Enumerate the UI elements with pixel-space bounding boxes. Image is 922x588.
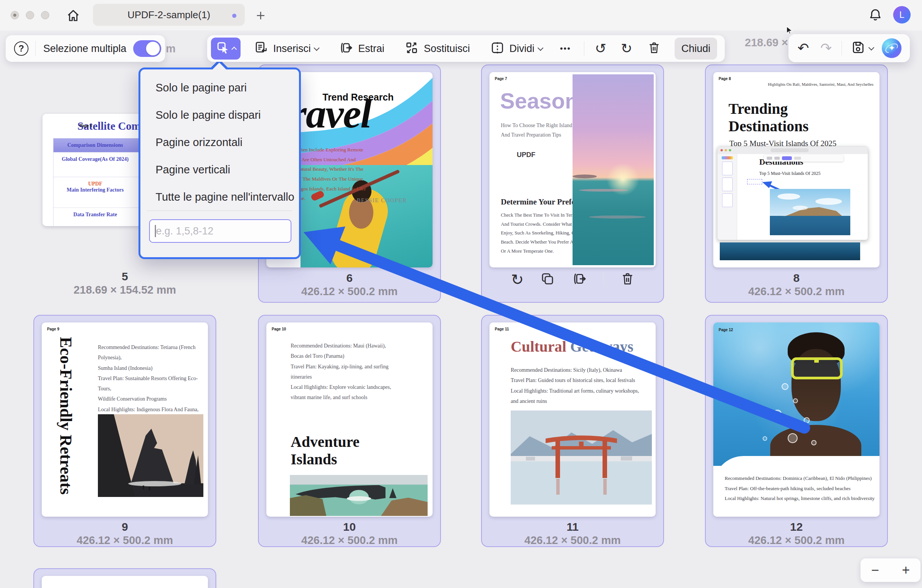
- ocean-strip-photo: [720, 242, 860, 260]
- rotate-icon[interactable]: ↻: [511, 272, 524, 287]
- prev-row-size-fragment: 218.69 ×: [745, 36, 788, 49]
- page-number: 6: [259, 272, 440, 284]
- page-number: 9: [34, 521, 216, 533]
- chevron-down-icon: [314, 45, 320, 51]
- divider: [35, 41, 36, 56]
- redo-icon[interactable]: ↻: [621, 42, 632, 56]
- page11-title: Cultural Getaways: [511, 338, 633, 356]
- sparkle-icon: ✦: [882, 38, 901, 58]
- select-tool-button[interactable]: [211, 38, 240, 60]
- ai-assistant-button[interactable]: ✦: [882, 38, 901, 58]
- undo-icon[interactable]: ↺: [595, 42, 606, 56]
- menu-item-portrait-pages[interactable]: Pagine verticali: [155, 163, 230, 176]
- title-bar: UPDF-2-sample(1) L: [0, 0, 922, 30]
- duplicate-icon[interactable]: [539, 271, 556, 288]
- window-zoom-button[interactable]: [41, 11, 49, 20]
- mouse-cursor-icon: [786, 26, 794, 34]
- page-card-8[interactable]: Page 8 Highlights On Bali, Maldives, San…: [705, 64, 888, 303]
- replace-button[interactable]: Sostituisci: [424, 43, 470, 55]
- page-range-dropdown: Solo le pagine pari Solo le pagine dispa…: [139, 67, 301, 259]
- page-number: 5: [33, 270, 216, 283]
- page-thumbnail-13[interactable]: [42, 576, 208, 588]
- trash-icon[interactable]: [647, 40, 662, 57]
- prev-row-size-fragment: m: [166, 42, 176, 55]
- extract-icon[interactable]: [571, 271, 587, 288]
- multi-select-toggle[interactable]: [133, 40, 161, 57]
- sunset-photo: [572, 74, 654, 265]
- more-button[interactable]: •••: [560, 44, 571, 54]
- page-thumbnail-8[interactable]: Page 8 Highlights On Bali, Maldives, San…: [713, 72, 879, 268]
- save-icon[interactable]: [850, 40, 865, 57]
- page-number: 10: [259, 521, 440, 533]
- new-tab-button[interactable]: [254, 9, 267, 22]
- page-thumbnail-11[interactable]: Page 11 Cultural Getaways Recommended De…: [489, 322, 656, 517]
- table-cell: Data Transfer Rate: [54, 208, 137, 226]
- menu-item-even-pages[interactable]: Solo le pagine pari: [155, 82, 247, 94]
- avatar-initial: L: [899, 10, 904, 20]
- page-card-7[interactable]: Page 7 Season How To Choose The Right Is…: [481, 64, 664, 303]
- embedded-screenshot: Destinations Top 5 Must-Visit Islands Of…: [717, 146, 868, 240]
- close-button[interactable]: Chiudi: [675, 38, 717, 60]
- page-card-13-partial[interactable]: [33, 568, 216, 588]
- cursor-select-icon: [216, 40, 230, 57]
- page11-title-a: Cultural: [511, 338, 566, 355]
- unsaved-dot: [232, 14, 236, 18]
- home-icon: [65, 8, 81, 23]
- chevron-up-icon: [231, 47, 237, 52]
- replace-icon: [404, 40, 419, 57]
- menu-item-all-pages-in-range[interactable]: Tutte le pagine nell'intervallo: [155, 191, 294, 203]
- table-cell: Global Coverage(As Of 2024): [54, 152, 137, 177]
- page-card-12[interactable]: Page 12 Recommended Destinations: Domini…: [705, 315, 888, 547]
- page9-title: Eco-Friendly Retreats: [56, 337, 75, 504]
- page-tag: Page 11: [495, 327, 509, 331]
- insert-button[interactable]: Inserisci: [273, 43, 311, 55]
- sea-stacks-photo: [98, 414, 203, 497]
- table-header: Comparison Dimensions: [54, 139, 137, 152]
- page-thumbnail-10[interactable]: Page 10 Recommended Destinations: Maui (…: [266, 322, 433, 517]
- page-tag: Page 8: [719, 77, 731, 81]
- page10-title: Adventure Islands: [291, 433, 359, 468]
- redo-icon[interactable]: ↷: [820, 41, 832, 55]
- notifications-button[interactable]: [867, 7, 883, 23]
- page-card-11[interactable]: Page 11 Cultural Getaways Recommended De…: [481, 315, 664, 547]
- torii-photo: [511, 410, 652, 505]
- dropdown-caret-fill: [213, 63, 226, 69]
- underwater-photo: [713, 322, 879, 466]
- page-range-input[interactable]: [149, 219, 291, 243]
- divider: [147, 211, 292, 211]
- page-tag: Page 12: [719, 328, 733, 332]
- menu-item-odd-pages[interactable]: Solo le pagine dispari: [155, 109, 261, 121]
- page-size: 426.12 × 500.2 mm: [259, 534, 440, 547]
- tab-title: UPDF-2-sample(1): [128, 9, 210, 21]
- page-thumbnail-7[interactable]: Page 7 Season How To Choose The Right Is…: [489, 72, 656, 268]
- page-thumbnail-12[interactable]: Page 12 Recommended Destinations: Domini…: [713, 322, 879, 517]
- page7-brand: UPDF: [517, 151, 535, 159]
- window-close-button[interactable]: [11, 11, 19, 20]
- zoom-controls: − +: [860, 559, 920, 582]
- arch-photo: [290, 475, 428, 516]
- updf-watermark: UPDF: [57, 181, 134, 187]
- menu-item-landscape-pages[interactable]: Pagine orizzontali: [155, 136, 242, 149]
- window-minimize-button[interactable]: [26, 11, 34, 20]
- home-button[interactable]: [65, 8, 81, 23]
- zoom-in-button[interactable]: +: [902, 562, 910, 578]
- help-icon[interactable]: ?: [14, 41, 28, 56]
- page-card-9[interactable]: Page 9 Eco-Friendly Retreats Recommended…: [33, 315, 216, 547]
- multi-select-panel: ? Selezione multipla: [6, 35, 165, 62]
- avatar[interactable]: L: [893, 6, 911, 23]
- undo-icon[interactable]: ↶: [798, 41, 809, 55]
- page-tag: Page 9: [47, 327, 59, 331]
- page-card-10[interactable]: Page 10 Recommended Destinations: Maui (…: [258, 315, 441, 547]
- zoom-out-button[interactable]: −: [871, 562, 879, 578]
- chevron-down-icon[interactable]: [868, 44, 875, 51]
- page6-body: Often Include Exploring Remote ds Are Of…: [296, 145, 366, 203]
- delete-icon[interactable]: [620, 271, 636, 288]
- split-button[interactable]: Dividi: [510, 43, 535, 55]
- extract-button[interactable]: Estrai: [358, 43, 384, 55]
- page6-author: BESSIE COOPER: [356, 197, 407, 204]
- split-icon: [490, 40, 505, 57]
- organize-toolbar: Inserisci Estrai Sostituisci Dividi ••• …: [207, 35, 725, 62]
- page-size: 426.12 × 500.2 mm: [706, 534, 887, 547]
- document-tab[interactable]: UPDF-2-sample(1): [93, 4, 245, 26]
- page-thumbnail-9[interactable]: Page 9 Eco-Friendly Retreats Recommended…: [42, 322, 208, 517]
